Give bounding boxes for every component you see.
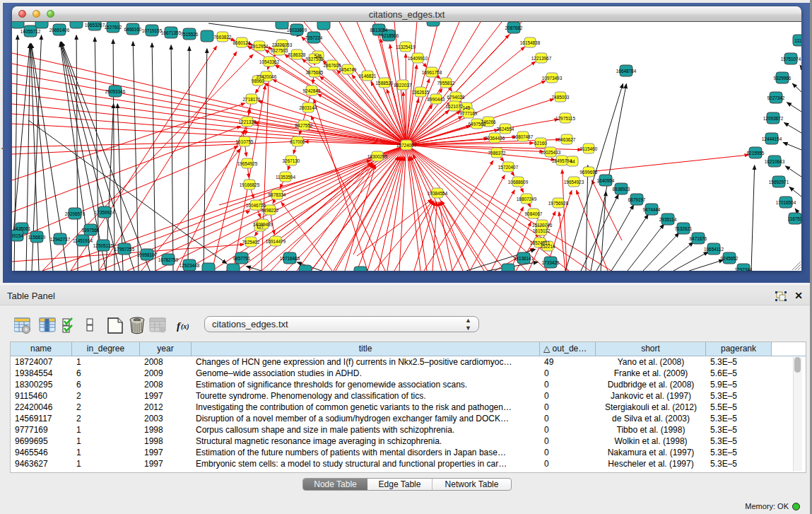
svg-text:10543362: 10543362 [259,59,280,64]
svg-text:10654112: 10654112 [704,247,724,252]
svg-text:14136141: 14136141 [514,256,534,261]
svg-text:1221338: 1221338 [239,119,257,124]
svg-text:252214: 252214 [540,244,555,249]
svg-text:16154838: 16154838 [520,40,541,45]
svg-text:8660124: 8660124 [233,40,251,45]
svg-text:15692971: 15692971 [769,180,789,185]
svg-text:9245652: 9245652 [721,256,739,261]
svg-text:29053346: 29053346 [105,89,126,94]
svg-text:2803144: 2803144 [300,105,317,110]
svg-text:62160: 62160 [534,141,547,146]
svg-text:16782759: 16782759 [158,257,179,262]
svg-text:15751074: 15751074 [781,57,801,62]
svg-text:8471676: 8471676 [690,236,707,241]
svg-text:10653267: 10653267 [85,23,105,28]
svg-text:8990443: 8990443 [428,97,445,102]
svg-text:145: 145 [463,105,471,110]
svg-text:7955812: 7955812 [437,81,455,86]
svg-text:6497568: 6497568 [469,122,486,127]
svg-text:1362615: 1362615 [412,90,430,95]
svg-text:9474444: 9474444 [643,207,661,212]
svg-text:12213967: 12213967 [531,56,552,61]
svg-text:3875685: 3875685 [306,70,324,75]
svg-text:16671355: 16671355 [161,30,182,35]
svg-text:15720407: 15720407 [498,165,519,170]
svg-text:7485003: 7485003 [552,95,570,100]
svg-text:11353594: 11353594 [276,175,295,180]
svg-text:8878334: 8878334 [269,192,286,197]
svg-text:19654923: 19654923 [564,180,584,185]
svg-text:20691406: 20691406 [49,28,70,33]
svg-text:9699695: 9699695 [580,170,598,175]
svg-text:16120746: 16120746 [532,223,553,228]
svg-text:1292344: 1292344 [735,267,753,271]
svg-text:7357224: 7357224 [305,35,323,40]
svg-text:10958107: 10958107 [137,252,158,257]
svg-text:2087682: 2087682 [505,25,523,30]
svg-text:9463627: 9463627 [558,137,576,142]
svg-text:17359924: 17359924 [95,210,115,215]
svg-text:18495794: 18495794 [552,158,572,163]
svg-text:10688609: 10688609 [508,180,529,185]
svg-text:16210643: 16210643 [765,159,785,164]
svg-text:9227342: 9227342 [767,95,785,100]
svg-text:8938923: 8938923 [613,187,630,192]
svg-text:17957255: 17957255 [114,247,135,252]
svg-text:9327508: 9327508 [306,57,324,62]
svg-text:1435061: 1435061 [13,226,31,231]
svg-text:9084067: 9084067 [525,211,543,216]
svg-text:19654925: 19654925 [237,161,258,166]
svg-text:39154: 39154 [12,233,23,238]
svg-text:9329966: 9329966 [774,76,792,81]
svg-text:12975115: 12975115 [555,116,575,121]
svg-text:98960: 98960 [252,78,264,83]
svg-text:12942737: 12942737 [50,237,71,242]
svg-text:9115460: 9115460 [580,146,598,151]
svg-text:8822037: 8822037 [394,83,412,88]
svg-text:19166825: 19166825 [240,182,260,187]
svg-text:7625402: 7625402 [242,240,260,245]
svg-text:20364436: 20364436 [485,136,505,141]
svg-text:17016504: 17016504 [776,200,796,205]
svg-text:19756928: 19756928 [548,201,569,206]
svg-text:12444154: 12444154 [762,136,782,141]
svg-text:9777169: 9777169 [460,111,478,116]
svg-text:9242843: 9242843 [303,88,321,93]
svg-text:16648784: 16648784 [616,69,637,74]
svg-text:817006: 817006 [290,139,305,144]
svg-text:8186328: 8186328 [288,52,306,57]
svg-text:7632621: 7632621 [675,226,693,231]
svg-text:12505135: 12505135 [93,243,114,248]
svg-text:19218506: 19218506 [379,33,399,38]
svg-text:14055712: 14055712 [20,29,41,34]
svg-text:7986372: 7986372 [488,151,506,156]
svg-text:44: 44 [570,159,575,164]
svg-text:10719155: 10719155 [142,28,163,33]
svg-text:9857791: 9857791 [233,256,251,261]
svg-text:(x): (x) [181,322,189,331]
svg-text:18724007: 18724007 [396,143,417,148]
svg-text:8454749: 8454749 [339,67,357,72]
svg-text:16961758: 16961758 [422,70,442,75]
svg-text:9397568: 9397568 [82,228,100,233]
svg-text:20206576: 20206576 [65,211,86,216]
svg-text:19384554: 19384554 [428,191,448,196]
svg-text:9498222: 9498222 [261,208,279,213]
svg-text:10807487: 10807487 [513,134,534,139]
svg-text:15716485: 15716485 [280,256,300,261]
svg-text:2935114: 2935114 [659,217,677,222]
svg-text:7663822: 7663822 [214,35,232,40]
svg-text:1610755: 1610755 [236,139,254,144]
svg-text:8813054: 8813054 [370,28,388,33]
svg-text:1733426: 1733426 [542,260,560,265]
svg-text:10025433: 10025433 [541,150,561,155]
svg-text:6466160: 6466160 [124,27,142,32]
svg-text:1527602: 1527602 [105,25,122,30]
svg-text:1117: 1117 [794,38,801,43]
svg-text:2718176: 2718176 [243,97,261,102]
svg-text:6879197: 6879197 [628,197,646,202]
svg-text:116753: 116753 [788,216,801,221]
svg-text:3267130: 3267130 [283,158,300,163]
svg-text:8912954: 8912954 [251,44,269,49]
svg-text:3824554: 3824554 [497,127,514,132]
